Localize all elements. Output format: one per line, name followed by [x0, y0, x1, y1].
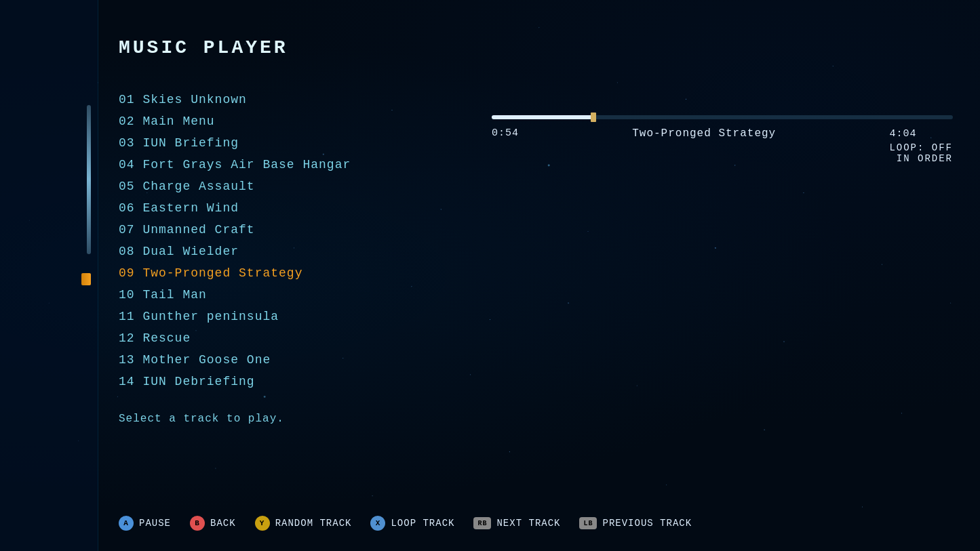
btn-label-b: BACK	[210, 518, 236, 529]
btn-label-x: LOOP TRACK	[391, 518, 454, 529]
track-item-11[interactable]: 11 Gunther peninsula	[119, 306, 953, 327]
bottom-controls: APAUSEBBACKYRANDOM TRACKXLOOP TRACKRBNEX…	[98, 516, 980, 531]
order-status: IN ORDER	[889, 153, 953, 164]
track-item-12[interactable]: 12 Rescue	[119, 327, 953, 349]
btn-icon-a: A	[119, 516, 134, 531]
control-lb[interactable]: LBPREVIOUS TRACK	[579, 517, 692, 529]
track-item-09[interactable]: 09 Two-Pronged Strategy	[119, 262, 953, 284]
btn-icon-x: X	[370, 516, 385, 531]
now-playing-track-name: Two-Pronged Strategy	[519, 127, 889, 140]
main-content: MUSIC PLAYER 01 Skies Unknown02 Main Men…	[98, 0, 980, 551]
progress-info: 0:54 Two-Pronged Strategy 4:04 LOOP: OFF…	[492, 127, 953, 164]
btn-label-rb: NEXT TRACK	[496, 518, 560, 529]
time-total: 4:04	[889, 128, 916, 140]
progress-bar-container[interactable]	[492, 115, 953, 119]
control-y[interactable]: YRANDOM TRACK	[255, 516, 352, 531]
loop-status: LOOP: OFF	[889, 142, 953, 153]
sidebar-bar	[87, 105, 91, 254]
track-item-10[interactable]: 10 Tail Man	[119, 284, 953, 306]
track-item-05[interactable]: 05 Charge Assault	[119, 176, 953, 197]
track-item-13[interactable]: 13 Mother Goose One	[119, 349, 953, 371]
track-item-08[interactable]: 08 Dual Wielder	[119, 241, 953, 262]
time-current: 0:54	[492, 127, 519, 139]
control-b[interactable]: BBACK	[190, 516, 236, 531]
sidebar-active-marker	[81, 273, 91, 285]
control-x[interactable]: XLOOP TRACK	[370, 516, 454, 531]
player-info-panel: 0:54 Two-Pronged Strategy 4:04 LOOP: OFF…	[492, 115, 953, 164]
playback-options: LOOP: OFF IN ORDER	[889, 142, 953, 164]
btn-icon-lb: LB	[579, 517, 597, 529]
btn-label-a: PAUSE	[139, 518, 171, 529]
btn-icon-y: Y	[255, 516, 270, 531]
sidebar-panel	[0, 0, 98, 551]
btn-icon-rb: RB	[473, 517, 491, 529]
btn-label-lb: PREVIOUS TRACK	[602, 518, 692, 529]
track-item-01[interactable]: 01 Skies Unknown	[119, 89, 953, 110]
track-item-07[interactable]: 07 Unmanned Craft	[119, 219, 953, 241]
btn-icon-b: B	[190, 516, 205, 531]
status-message: Select a track to play.	[119, 413, 953, 425]
page-title: MUSIC PLAYER	[119, 37, 953, 58]
progress-bar-fill	[492, 115, 593, 119]
track-item-06[interactable]: 06 Eastern Wind	[119, 197, 953, 219]
btn-label-y: RANDOM TRACK	[275, 518, 352, 529]
control-rb[interactable]: RBNEXT TRACK	[473, 517, 560, 529]
control-a[interactable]: APAUSE	[119, 516, 171, 531]
track-item-14[interactable]: 14 IUN Debriefing	[119, 371, 953, 392]
